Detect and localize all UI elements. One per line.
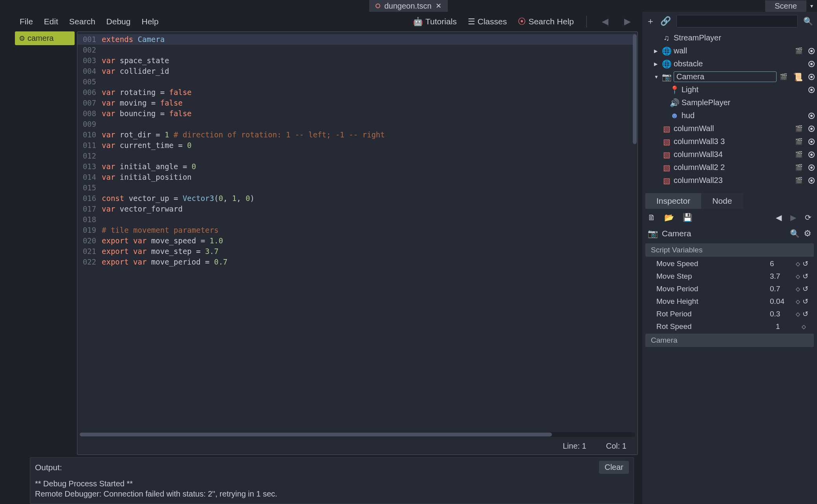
inspector-settings-icon[interactable]: ⚙ [804, 228, 812, 239]
property-value[interactable]: 0.7 [770, 285, 793, 293]
tree-node-SamplePlayer[interactable]: 🔊SamplePlayer [646, 96, 815, 109]
clapperboard-icon[interactable]: 🎬 [795, 47, 803, 55]
inspector-section-camera[interactable]: Camera [645, 334, 814, 347]
new-resource-icon[interactable]: 🗎 [648, 213, 656, 222]
property-value[interactable]: 1 [776, 322, 799, 331]
search-icon[interactable]: 🔍 [803, 16, 813, 26]
tree-node-wall[interactable]: ▶🌐wall🎬 [646, 44, 815, 57]
open-resource-icon[interactable]: 📂 [664, 213, 674, 222]
history-forward-button[interactable]: ▶ [622, 16, 633, 27]
close-icon[interactable]: ✕ [436, 2, 441, 10]
menu-debug[interactable]: Debug [106, 17, 131, 26]
property-rot-speed: Rot Speed1◇ [645, 320, 814, 333]
spinner-icon[interactable]: ◇ [796, 273, 800, 279]
reset-icon[interactable]: ↺ [802, 259, 808, 268]
tree-node-columnWall[interactable]: ▧columnWall🎬 [646, 122, 815, 135]
spinner-icon[interactable]: ◇ [796, 286, 800, 292]
clapperboard-icon[interactable]: 🎬 [780, 73, 788, 80]
tree-node-columnWall2-2[interactable]: ▧columnWall2 2🎬 [646, 161, 815, 174]
classes-button[interactable]: ☰ Classes [468, 17, 507, 26]
expand-arrow-icon[interactable]: ▼ [654, 74, 659, 80]
script-item-camera[interactable]: ⚙ camera [15, 31, 75, 45]
code-text[interactable]: extends Cameravar space_statevar collide… [99, 34, 637, 430]
visibility-icon[interactable] [808, 74, 815, 80]
reset-icon[interactable]: ↺ [802, 297, 808, 306]
spinner-icon[interactable]: ◇ [796, 298, 800, 305]
visibility-icon[interactable] [808, 177, 815, 184]
property-name: Rot Period [656, 310, 770, 318]
code-area[interactable]: 0010020030040050060070080090100110120130… [77, 32, 637, 432]
reset-icon[interactable]: ↺ [802, 272, 808, 281]
visibility-icon[interactable] [808, 152, 815, 158]
tree-node-columnWall34[interactable]: ▧columnWall34🎬 [646, 148, 815, 161]
separator [586, 16, 587, 27]
scene-panel-tab[interactable]: Scene [765, 0, 806, 12]
tree-node-hud[interactable]: ☻hud [646, 109, 815, 122]
tutorials-button[interactable]: 🤖 Tutorials [413, 17, 457, 26]
property-value[interactable]: 6 [770, 259, 793, 268]
save-resource-icon[interactable]: 💾 [683, 213, 692, 222]
inspector-section-script-vars[interactable]: Script Variables [645, 243, 814, 257]
scene-toolbar: ＋ 🔗 🔍 [642, 12, 817, 31]
inspector-search-icon[interactable]: 🔍 [790, 229, 800, 238]
mesh-icon: ▧ [663, 150, 670, 159]
reset-icon[interactable]: ↺ [802, 310, 808, 318]
clapperboard-icon[interactable]: 🎬 [795, 151, 803, 158]
property-value[interactable]: 0.3 [770, 310, 793, 318]
tree-node-label: wall [674, 46, 687, 55]
tree-node-columnWall3-3[interactable]: ▧columnWall3 3🎬 [646, 135, 815, 148]
expand-arrow-icon[interactable]: ▶ [654, 61, 659, 67]
property-name: Rot Speed [656, 322, 776, 331]
tree-node-Light[interactable]: 📍Light [646, 83, 815, 96]
tree-node-StreamPlayer[interactable]: ♫StreamPlayer [646, 31, 815, 44]
spinner-icon[interactable]: ◇ [796, 261, 800, 267]
history-prev-icon[interactable]: ◀ [776, 213, 782, 222]
reset-icon[interactable]: ↺ [802, 285, 808, 293]
clapperboard-icon[interactable]: 🎬 [795, 138, 803, 145]
status-col: Col: 1 [606, 442, 626, 451]
clapperboard-icon[interactable]: 🎬 [795, 125, 803, 132]
add-node-button[interactable]: ＋ [646, 15, 655, 27]
inspector-node-row: 📷 Camera 🔍 ⚙ [642, 226, 817, 243]
menu-edit[interactable]: Edit [44, 17, 58, 26]
visibility-icon[interactable] [808, 113, 815, 119]
history-next-icon[interactable]: ▶ [790, 213, 796, 222]
menu-file[interactable]: File [20, 17, 33, 26]
scene-file-tab[interactable]: dungeon.tscn ✕ [369, 0, 447, 12]
tree-node-label: obstacle [674, 59, 703, 68]
panel-menu-icon[interactable]: ▾ [810, 3, 813, 9]
clear-button[interactable]: Clear [599, 461, 629, 474]
expand-arrow-icon[interactable]: ▶ [654, 48, 659, 54]
tree-node-obstacle[interactable]: ▶🌐obstacle [646, 57, 815, 70]
visibility-icon[interactable] [808, 87, 815, 93]
script-icon[interactable]: 📜 [793, 72, 803, 82]
visibility-icon[interactable] [808, 48, 815, 54]
spinner-icon[interactable]: ◇ [802, 323, 806, 330]
visibility-icon[interactable] [808, 61, 815, 67]
menu-help[interactable]: Help [141, 17, 158, 26]
property-value[interactable]: 0.04 [770, 297, 793, 306]
tab-inspector[interactable]: Inspector [645, 193, 701, 209]
clapperboard-icon[interactable]: 🎬 [795, 177, 803, 184]
history-icon[interactable]: ⟳ [805, 213, 812, 222]
spinner-icon[interactable]: ◇ [796, 311, 800, 317]
tree-node-label: columnWall23 [674, 176, 723, 184]
tree-node-Camera[interactable]: ▼📷Camera🎬📜 [646, 70, 815, 83]
link-button[interactable]: 🔗 [660, 16, 671, 26]
property-value[interactable]: 3.7 [770, 272, 793, 281]
tab-node[interactable]: Node [701, 193, 743, 209]
search-help-button[interactable]: ⦿ Search Help [518, 17, 574, 26]
history-back-button[interactable]: ◀ [599, 16, 611, 27]
menu-search[interactable]: Search [69, 17, 95, 26]
visibility-icon[interactable] [808, 126, 815, 132]
tree-node-columnWall23[interactable]: ▧columnWall23🎬 [646, 174, 815, 187]
visibility-icon[interactable] [808, 139, 815, 145]
visibility-icon[interactable] [808, 164, 815, 171]
unsaved-dot-icon [376, 4, 380, 8]
scene-search-input[interactable] [676, 15, 798, 27]
property-move-step: Move Step3.7◇↺ [645, 270, 814, 283]
horizontal-scrollbar[interactable] [80, 432, 635, 437]
output-body: ** Debug Process Started **Remote Debugg… [30, 477, 634, 504]
scene-file-name: dungeon.tscn [384, 2, 431, 11]
clapperboard-icon[interactable]: 🎬 [795, 164, 803, 171]
